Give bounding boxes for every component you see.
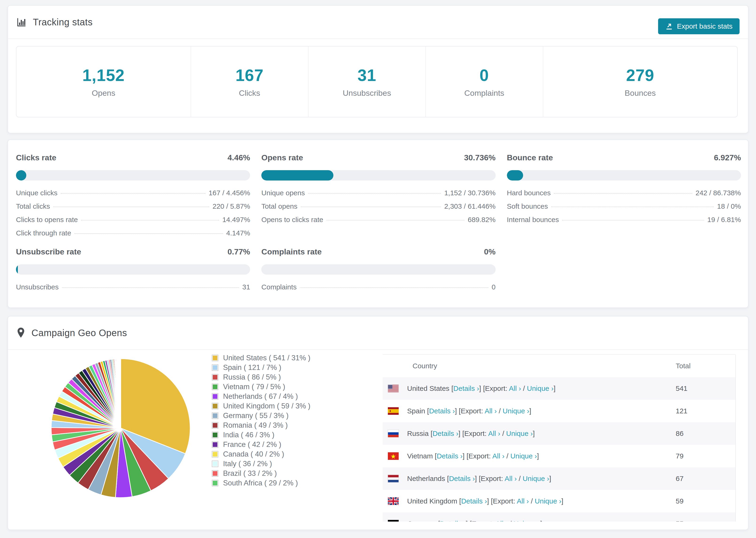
rate-stat-value: 220 / 5.87% xyxy=(212,202,250,210)
rate-title: Complaints rate xyxy=(261,247,322,256)
rate-stat-row: Opens to clicks rate689.82% xyxy=(261,216,495,229)
stat-value: 167 xyxy=(236,66,264,85)
rate-stat-value: 4.147% xyxy=(226,229,250,237)
legend-item: India ( 46 / 3% ) xyxy=(212,430,310,440)
details-link[interactable]: Details › xyxy=(461,497,487,505)
rate-stat-label: Complaints xyxy=(261,283,297,291)
total-cell: 59 xyxy=(676,497,683,505)
legend-item: United States ( 541 / 31% ) xyxy=(212,353,310,363)
dotted-leader xyxy=(81,220,219,220)
rate-stat-value: 167 / 4.456% xyxy=(209,189,250,197)
geo-table-header-row: Country Total xyxy=(383,355,735,377)
country-cell: United Kingdom [Details ›] [Export: All … xyxy=(407,497,563,505)
rate-title: Unsubscribe rate xyxy=(16,247,81,256)
legend-label: Italy ( 36 / 2% ) xyxy=(223,459,272,468)
rate-stat-value: 18 / 0% xyxy=(717,202,741,210)
export-unique-link[interactable]: Unique › xyxy=(511,452,537,460)
country-column-header: Country xyxy=(383,362,437,370)
legend-label: Spain ( 121 / 7% ) xyxy=(223,363,281,372)
rate-title: Clicks rate xyxy=(16,153,56,162)
details-link[interactable]: Details › xyxy=(437,452,462,460)
country-cell: Russia [Details ›] [Export: All › / Uniq… xyxy=(407,430,535,438)
legend-swatch xyxy=(212,441,218,448)
dotted-leader xyxy=(62,287,239,288)
export-unique-link[interactable]: Unique › xyxy=(535,497,561,505)
rate-head: Clicks rate4.46% xyxy=(16,153,250,162)
geo-table-row-gb: United Kingdom [Details ›] [Export: All … xyxy=(383,490,735,512)
rate-stat-value: 1,152 / 30.736% xyxy=(444,189,496,197)
legend-label: Vietnam ( 79 / 5% ) xyxy=(223,383,285,391)
legend-swatch xyxy=(212,374,218,381)
export-all-link[interactable]: All › xyxy=(485,407,497,415)
rate-percent: 6.927% xyxy=(714,153,741,162)
details-link[interactable]: Details › xyxy=(449,475,475,482)
es-flag-icon xyxy=(388,407,399,415)
rate-percent: 0.77% xyxy=(228,247,250,256)
rate-progress-bar xyxy=(261,170,495,181)
legend-swatch xyxy=(212,412,218,419)
export-unique-link[interactable]: Unique › xyxy=(503,407,529,415)
rate-rows: Complaints0 xyxy=(261,283,495,296)
country-cell: Netherlands [Details ›] [Export: All › /… xyxy=(407,475,551,483)
legend-swatch xyxy=(212,432,218,438)
rate-head: Bounce rate6.927% xyxy=(507,153,741,162)
dotted-leader xyxy=(53,207,209,207)
rate-stat-label: Clicks to opens rate xyxy=(16,216,78,224)
country-name: Vietnam xyxy=(407,452,433,460)
map-pin-icon xyxy=(17,327,26,339)
details-link[interactable]: Details › xyxy=(432,430,458,437)
rate-stat-row: Total clicks220 / 5.87% xyxy=(16,202,250,216)
export-unique-link[interactable]: Unique › xyxy=(527,385,553,392)
geo-opens-table: Country Total United States [Details ›] … xyxy=(383,354,735,530)
export-unique-link[interactable]: Unique › xyxy=(506,430,533,437)
legend-label: Brazil ( 33 / 2% ) xyxy=(223,469,277,478)
export-unique-link[interactable]: Unique › xyxy=(523,475,549,482)
rate-stat-row: Internal bounces19 / 6.81% xyxy=(507,216,741,229)
stat-label: Bounces xyxy=(625,88,656,98)
rate-stat-row: Complaints0 xyxy=(261,283,495,296)
rate-stat-label: Click through rate xyxy=(16,229,71,237)
legend-swatch xyxy=(212,460,218,467)
rate-block-opens-rate: Opens rate30.736%Unique opens1,152 / 30.… xyxy=(261,153,495,242)
export-all-link[interactable]: All › xyxy=(509,385,521,392)
details-link[interactable]: Details › xyxy=(429,407,455,415)
legend-swatch xyxy=(212,364,218,371)
legend-swatch xyxy=(212,384,218,390)
geo-opens-body: United States ( 541 / 31% )Spain ( 121 /… xyxy=(8,350,748,529)
campaign-geo-opens-card: Campaign Geo Opens United States ( 541 /… xyxy=(8,316,748,530)
tracking-stats-card: Tracking stats Export basic stats 1,152O… xyxy=(8,5,748,133)
rates-grid: Clicks rate4.46%Unique clicks167 / 4.456… xyxy=(8,140,748,296)
rate-stat-value: 0 xyxy=(492,283,496,291)
details-link[interactable]: Details › xyxy=(453,385,479,392)
rate-stat-label: Internal bounces xyxy=(507,216,559,224)
stat-complaints: 0Complaints xyxy=(426,46,543,117)
rate-stat-row: Soft bounces18 / 0% xyxy=(507,202,741,216)
rate-stat-row: Total opens2,303 / 61.446% xyxy=(261,202,495,216)
rate-stat-row: Unique clicks167 / 4.456% xyxy=(16,189,250,202)
total-cell: 541 xyxy=(676,385,687,393)
export-icon xyxy=(665,22,673,30)
export-all-link[interactable]: All › xyxy=(505,475,517,482)
export-all-link[interactable]: All › xyxy=(517,497,529,505)
rate-title: Opens rate xyxy=(261,153,303,162)
dotted-leader xyxy=(61,193,205,194)
geo-opens-pie-chart[interactable] xyxy=(43,351,198,506)
stat-value: 1,152 xyxy=(82,66,125,85)
country-name: Spain xyxy=(407,407,425,415)
stat-opens: 1,152Opens xyxy=(17,46,191,117)
rate-stat-value: 31 xyxy=(242,283,250,291)
dotted-leader xyxy=(327,220,464,220)
rate-stat-row: Hard bounces242 / 86.738% xyxy=(507,189,741,202)
export-all-link[interactable]: All › xyxy=(492,452,505,460)
legend-label: Canada ( 40 / 2% ) xyxy=(223,450,284,458)
export-all-link[interactable]: All › xyxy=(488,430,500,437)
stat-value: 31 xyxy=(357,66,376,85)
rates-card: Clicks rate4.46%Unique clicks167 / 4.456… xyxy=(8,139,748,308)
export-basic-stats-button[interactable]: Export basic stats xyxy=(658,18,739,34)
country-cell: Vietnam [Details ›] [Export: All › / Uni… xyxy=(407,452,539,460)
geo-table-row-nl: Netherlands [Details ›] [Export: All › /… xyxy=(383,467,735,490)
dotted-leader xyxy=(554,193,692,194)
rate-rows: Unsubscribes31 xyxy=(16,283,250,296)
rate-rows: Unique clicks167 / 4.456%Total clicks220… xyxy=(16,189,250,242)
rate-rows: Hard bounces242 / 86.738%Soft bounces18 … xyxy=(507,189,741,229)
